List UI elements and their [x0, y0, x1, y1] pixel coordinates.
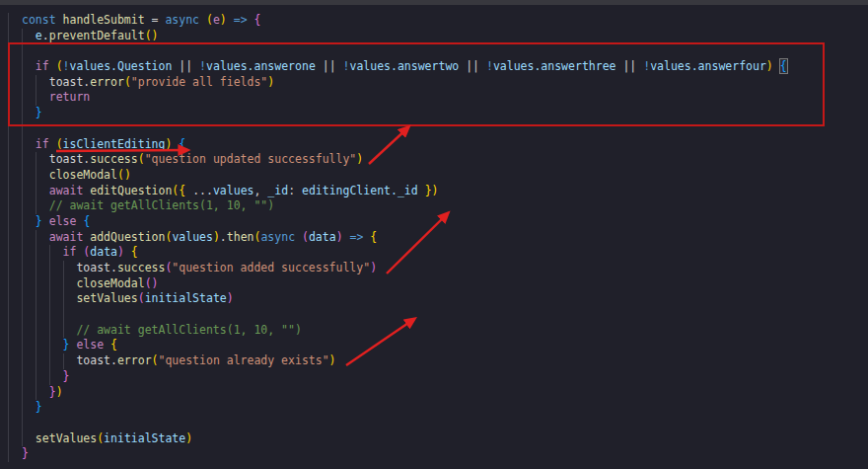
- code-line[interactable]: } else {: [0, 338, 868, 353]
- code-line[interactable]: await addQuestion(values).then(async (da…: [0, 230, 868, 246]
- indent-guide: [22, 121, 23, 137]
- code-line[interactable]: // await getAllClients(1, 10, ""): [0, 198, 868, 214]
- code-line[interactable]: await editQuestion({ ...values, _id: edi…: [0, 184, 868, 199]
- code-line[interactable]: if (isClientEditing) {: [0, 137, 868, 153]
- code-line[interactable]: return: [0, 90, 868, 106]
- code-line[interactable]: setValues(initialState): [0, 431, 868, 447]
- code-line[interactable]: [0, 416, 868, 431]
- indent-guide: [22, 43, 23, 59]
- code-line[interactable]: toast.error("question already exists"): [0, 353, 868, 369]
- code-line[interactable]: }: [0, 400, 868, 416]
- code-line[interactable]: [0, 121, 868, 137]
- code-editor-window: const handleSubmit = async (e) => { e.pr…: [0, 0, 868, 469]
- code-line[interactable]: if (data) {: [0, 245, 868, 261]
- code-line[interactable]: [0, 43, 868, 59]
- code-line[interactable]: if (!values.Question || !values.answeron…: [0, 59, 868, 75]
- code-line[interactable]: [0, 307, 868, 323]
- indent-guide: [22, 416, 23, 431]
- code-line[interactable]: closeModal(): [0, 276, 868, 292]
- code-line[interactable]: closeModal(): [0, 168, 868, 184]
- indent-guide: [63, 307, 64, 323]
- code-line[interactable]: toast.success("question added successful…: [0, 261, 868, 276]
- code-editor[interactable]: const handleSubmit = async (e) => { e.pr…: [0, 5, 868, 469]
- code-line[interactable]: setValues(initialState): [0, 291, 868, 307]
- code-line[interactable]: }: [0, 446, 868, 462]
- code-line[interactable]: e.preventDefault(): [0, 29, 868, 44]
- indent-guide: [22, 307, 23, 323]
- code-line[interactable]: const handleSubmit = async (e) => {: [0, 13, 868, 29]
- code-line[interactable]: toast.success("question updated successf…: [0, 152, 868, 168]
- code-line[interactable]: // await getAllClients(1, 10, ""): [0, 323, 868, 339]
- code-line[interactable]: } else {: [0, 214, 868, 230]
- code-line[interactable]: }: [0, 369, 868, 385]
- code-line[interactable]: }: [0, 106, 868, 121]
- code-line[interactable]: toast.error("provide all fields"): [0, 75, 868, 91]
- indent-guide: [36, 307, 36, 323]
- code-line[interactable]: }): [0, 385, 868, 401]
- indent-guide: [49, 307, 50, 323]
